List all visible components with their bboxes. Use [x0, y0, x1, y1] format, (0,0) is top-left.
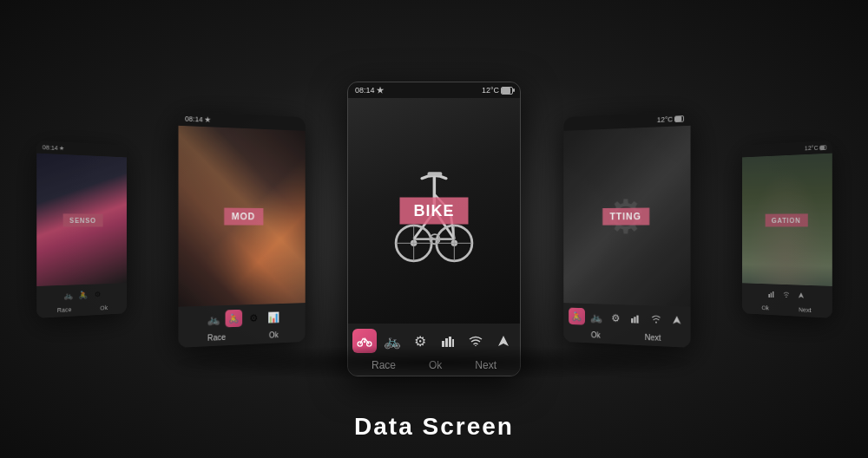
card-left2-btn-race[interactable]: Race — [56, 305, 70, 313]
card-center[interactable]: 08:14 12°C — [347, 82, 521, 376]
card-right1[interactable]: 12°C TTING 🚴 🚲 ⚙ — [563, 111, 690, 348]
battery-icon-right1 — [674, 115, 683, 122]
svg-rect-31 — [770, 292, 772, 297]
svg-point-33 — [785, 296, 786, 297]
card-right2-btn-ok[interactable]: Ok — [761, 304, 769, 311]
gps-icon-left2 — [59, 145, 64, 150]
svg-rect-27 — [633, 317, 635, 323]
navigate-right1 — [667, 311, 685, 329]
card-right1-btn-next[interactable]: Next — [644, 332, 661, 342]
gear-icon-sm: ⚙ — [91, 287, 103, 299]
battery-icon-center — [501, 87, 513, 95]
svg-rect-28 — [635, 315, 637, 323]
card-left1-btn-ok[interactable]: Ok — [268, 330, 278, 339]
gear-icon: ⚙ — [245, 309, 261, 326]
card-left1-btn-race[interactable]: Race — [207, 332, 225, 342]
bike-right1: 🚲 — [587, 308, 603, 325]
card-right1-info: 12°C — [656, 114, 683, 124]
battery-icon-right2 — [819, 144, 826, 149]
card-right1-label: TTING — [602, 207, 648, 225]
card-left1-label: MOD — [223, 207, 262, 225]
scene: 08:14 SENSO 🚲 🚴 ⚙ Race Ok 08:14 — [0, 0, 868, 458]
card-left2-image: SENSO — [36, 153, 127, 285]
gear-right1: ⚙ — [607, 309, 623, 326]
card-right1-image: TTING — [563, 125, 690, 306]
bike-pink-icon: 🚴 — [225, 309, 242, 327]
wifi-right2 — [779, 288, 792, 301]
bike-outline-icon: 🚲 — [204, 310, 221, 328]
svg-rect-26 — [630, 317, 632, 322]
svg-point-20 — [364, 341, 366, 344]
card-right2[interactable]: 12°C GATION — [742, 141, 832, 318]
card-right2-info: 12°C — [804, 143, 826, 151]
card-center-info: 12°C — [482, 86, 513, 95]
card-left2-label: SENSO — [62, 213, 102, 226]
card-center-time: 08:14 — [355, 86, 385, 95]
navigate-right2 — [794, 289, 806, 302]
svg-rect-30 — [768, 293, 770, 297]
card-left2-btn-ok[interactable]: Ok — [100, 304, 108, 311]
card-left1-image: MOD — [178, 125, 305, 306]
bar-right1 — [627, 309, 644, 327]
bike-icon-1: 🚲 — [62, 289, 74, 302]
card-left2[interactable]: 08:14 SENSO 🚲 🚴 ⚙ Race Ok — [36, 141, 127, 318]
ground-shadow — [174, 345, 694, 380]
bike-pink-right1: 🚴 — [568, 307, 584, 324]
card-right2-image: GATION — [742, 153, 832, 285]
card-left2-time: 08:14 — [42, 143, 63, 151]
bike-icon-2: 🚴 — [76, 288, 89, 301]
card-right2-label: GATION — [765, 213, 807, 226]
gps-icon-center — [377, 87, 385, 95]
card-right2-btn-next[interactable]: Next — [798, 305, 811, 313]
svg-rect-1 — [428, 172, 443, 176]
wifi-right1 — [647, 310, 664, 328]
svg-point-29 — [654, 321, 656, 323]
bar-right2 — [766, 287, 778, 299]
card-center-image: BIKE — [348, 98, 520, 324]
card-left1[interactable]: 08:14 MOD 🚲 🚴 ⚙ 📊 Race Ok — [178, 111, 305, 348]
card-right1-btn-ok[interactable]: Ok — [590, 330, 600, 339]
page-title: Data Screen — [354, 413, 514, 441]
card-left1-time: 08:14 — [184, 114, 210, 124]
svg-rect-32 — [772, 291, 773, 298]
gps-icon-left1 — [204, 116, 210, 123]
bar-icon: 📊 — [265, 308, 281, 325]
card-center-label: BIKE — [399, 198, 468, 225]
card-center-header: 08:14 12°C — [348, 82, 520, 98]
